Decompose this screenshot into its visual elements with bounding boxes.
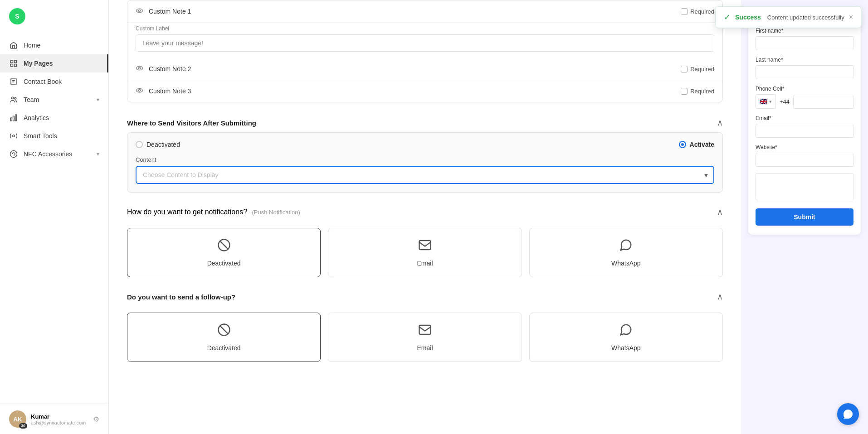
svg-rect-6 [10, 118, 12, 121]
preview-card: First name* Last name* Phone Cell* 🇬🇧 ▾ … [748, 19, 861, 235]
preview-phone-field: Phone Cell* 🇬🇧 ▾ +44 [756, 86, 853, 109]
custom-note-1-label: Custom Note 1 [149, 8, 675, 15]
main-content: Custom Note 1 Required Custom Label Cust… [109, 0, 741, 434]
svg-rect-18 [419, 241, 430, 250]
sidebar-nav: Home My Pages Contact Book Team ▾ Anal [0, 33, 108, 404]
deactivated-label: Deactivated [146, 141, 180, 148]
followup-card-deactivated[interactable]: Deactivated [127, 313, 321, 362]
email-followup-icon [418, 323, 432, 340]
phone-code: +44 [780, 98, 790, 105]
preview-first-name-field: First name* [756, 28, 853, 50]
followup-section: Do you want to send a follow-up? ∧ Deact… [127, 285, 723, 362]
notifications-subtitle: (Push Notification) [252, 209, 300, 216]
preview-submit-button[interactable]: Submit [756, 208, 853, 226]
custom-label-input[interactable] [136, 34, 714, 52]
preview-phone-input[interactable] [793, 95, 853, 109]
notif-card-email-label: Email [417, 260, 433, 267]
preview-last-name-label: Last name* [756, 57, 853, 63]
preview-last-name-input[interactable] [756, 65, 853, 79]
svg-point-14 [136, 88, 142, 92]
preview-phone-row: 🇬🇧 ▾ +44 [756, 94, 853, 109]
eye-icon-note1 [136, 7, 143, 16]
where-to-send-header[interactable]: Where to Send Visitors After Submitting … [127, 111, 723, 132]
followup-collapse-icon: ∧ [717, 292, 723, 302]
followup-card-whatsapp-label: WhatsApp [611, 344, 641, 352]
sidebar-item-label-nfc-accessories: NFC Accessories [24, 150, 72, 158]
sidebar-item-label-analytics: Analytics [24, 114, 49, 121]
eye-icon-note3 [136, 87, 143, 96]
deactivated-option[interactable]: Deactivated [136, 141, 180, 148]
sidebar-item-analytics[interactable]: Analytics [0, 109, 108, 127]
flag-dropdown-icon[interactable]: ▾ [769, 99, 772, 105]
notifications-header[interactable]: How do you want to get notifications? (P… [127, 201, 723, 222]
sidebar-logo: S [0, 0, 108, 33]
sidebar-item-nfc-accessories[interactable]: NFC Accessories ▾ [0, 145, 108, 163]
preview-message-textarea[interactable] [756, 173, 853, 200]
content-select-wrapper: Choose Content to Display ▾ [136, 166, 714, 184]
activate-radio[interactable] [679, 141, 686, 148]
avatar-badge: 30 [19, 423, 27, 429]
where-to-send-body: Deactivated Activate Content Choose Cont… [127, 132, 723, 193]
sidebar-item-label-contact-book: Contact Book [24, 78, 62, 85]
custom-note-2-label: Custom Note 2 [149, 65, 675, 72]
email-notif-icon [418, 238, 432, 255]
notifications-title: How do you want to get notifications? (P… [127, 208, 300, 216]
deactivated-radio[interactable] [136, 141, 143, 148]
sidebar-item-label-smart-tools: Smart Tools [24, 132, 57, 140]
pages-icon [9, 59, 18, 68]
sidebar-item-contact-book[interactable]: Contact Book [0, 72, 108, 91]
chat-bubble-button[interactable] [837, 403, 859, 425]
svg-point-15 [138, 89, 140, 91]
contact-book-icon [9, 77, 18, 86]
preview-first-name-label: First name* [756, 28, 853, 34]
sidebar: S Home My Pages Contact Book Team [0, 0, 109, 434]
toast-title: Success [735, 14, 761, 21]
svg-rect-2 [10, 64, 13, 67]
home-icon [9, 41, 18, 50]
notifications-section: How do you want to get notifications? (P… [127, 201, 723, 277]
custom-note-3-label: Custom Note 3 [149, 87, 675, 95]
svg-rect-7 [13, 116, 15, 121]
custom-note-1-checkbox[interactable] [681, 8, 688, 15]
settings-icon[interactable]: ⚙ [93, 415, 99, 424]
notif-card-deactivated[interactable]: Deactivated [127, 228, 321, 277]
svg-rect-0 [10, 60, 13, 63]
followup-card-whatsapp[interactable]: WhatsApp [529, 313, 723, 362]
flag-icon: 🇬🇧 [760, 98, 767, 105]
content-select[interactable]: Choose Content to Display [136, 166, 714, 184]
custom-note-3-required: Required [681, 88, 714, 95]
svg-point-9 [13, 135, 15, 137]
svg-point-11 [138, 10, 140, 11]
notif-card-email[interactable]: Email [328, 228, 522, 277]
eye-icon-note2 [136, 64, 143, 73]
content-label: Content [136, 156, 714, 163]
sidebar-item-team[interactable]: Team ▾ [0, 91, 108, 109]
sidebar-item-my-pages[interactable]: My Pages [0, 54, 108, 72]
svg-line-20 [220, 326, 228, 334]
preview-phone-label: Phone Cell* [756, 86, 853, 92]
custom-note-3-checkbox[interactable] [681, 88, 688, 95]
chevron-down-icon: ▾ [97, 96, 99, 103]
team-icon [9, 95, 18, 104]
footer-name: Kumar [31, 413, 88, 420]
preview-email-input[interactable] [756, 124, 853, 138]
followup-card-email[interactable]: Email [328, 313, 522, 362]
where-to-send-title: Where to Send Visitors After Submitting [127, 119, 256, 127]
preview-first-name-input[interactable] [756, 36, 853, 50]
custom-note-2-checkbox[interactable] [681, 66, 688, 72]
followup-card-email-label: Email [417, 344, 433, 352]
preview-website-input[interactable] [756, 153, 853, 167]
sidebar-item-smart-tools[interactable]: Smart Tools [0, 127, 108, 145]
preview-email-field: Email* [756, 115, 853, 138]
nfc-icon [9, 149, 18, 159]
activate-option[interactable]: Activate [679, 141, 714, 148]
followup-header[interactable]: Do you want to send a follow-up? ∧ [127, 285, 723, 306]
sidebar-item-home[interactable]: Home [0, 36, 108, 54]
toast-close-button[interactable]: × [849, 13, 853, 21]
collapse-icon: ∧ [717, 118, 723, 128]
app-logo: S [9, 8, 25, 24]
notif-card-whatsapp[interactable]: WhatsApp [529, 228, 723, 277]
activation-radio-row: Deactivated Activate [136, 141, 714, 148]
custom-label-text: Custom Label [136, 25, 714, 32]
deactivated-notif-icon [217, 238, 231, 255]
